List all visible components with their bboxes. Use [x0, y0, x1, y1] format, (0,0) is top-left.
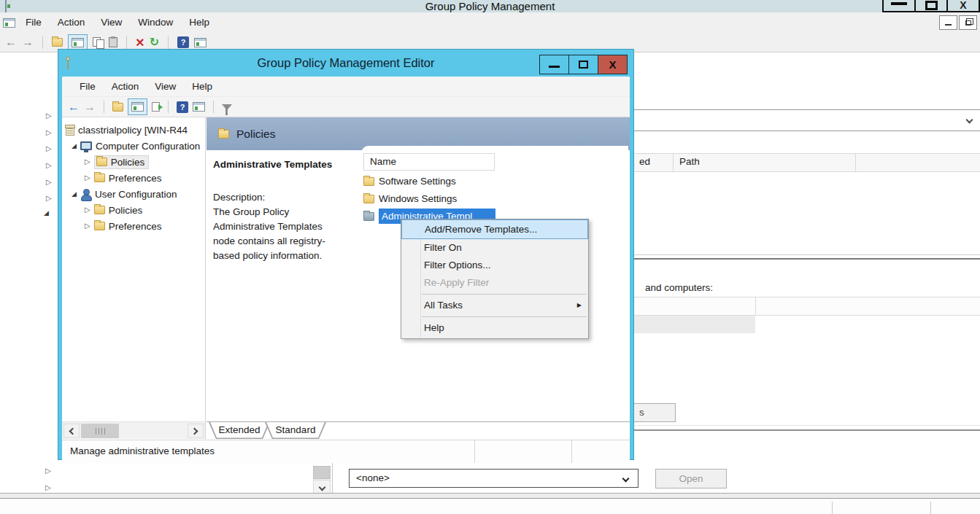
refresh-icon[interactable]: ↻ [150, 36, 159, 48]
tree-expand-icon[interactable]: ▷ [45, 484, 51, 491]
scrollbar-thumb[interactable] [313, 466, 331, 479]
forward-icon[interactable]: → [22, 36, 34, 48]
chevron-right-icon [191, 427, 198, 435]
tree-item-user-configuration[interactable]: ◢ User Configuration [62, 186, 205, 202]
tree-expand-icon[interactable]: ▷ [46, 162, 52, 169]
tree-expand-icon[interactable]: ▷ [46, 129, 52, 136]
tree-expand-icon[interactable]: ▷ [45, 467, 51, 475]
editor-menu-help[interactable]: Help [184, 77, 220, 96]
help-icon[interactable]: ? [177, 36, 189, 48]
menu-window[interactable]: Window [130, 12, 181, 33]
tree-expand-icon[interactable]: ▷ [46, 112, 52, 120]
tree-collapse-icon[interactable]: ◢ [44, 210, 49, 217]
list-item-software-settings[interactable]: Software Settings [363, 173, 456, 190]
menu-item-add-remove-templates[interactable]: Add/Remove Templates... [401, 219, 588, 239]
list-item-windows-settings[interactable]: Windows Settings [363, 190, 457, 207]
editor-titlebar[interactable]: Group Policy Management Editor X [62, 53, 630, 77]
editor-tree-hscrollbar[interactable] [62, 421, 206, 439]
tree-collapse-icon[interactable]: ◢ [72, 191, 77, 198]
tree-expand-icon[interactable]: ▷ [46, 179, 52, 186]
column-header-linked[interactable]: ed [639, 156, 650, 167]
editor-toolbar: ← → ? [62, 97, 630, 117]
editor-minimize-button[interactable] [539, 55, 569, 74]
help-icon[interactable]: ? [177, 101, 188, 113]
up-folder-icon[interactable] [52, 38, 63, 47]
tree-item-computer-preferences[interactable]: ▷ Preferences [62, 170, 205, 186]
tab-label: Standard [276, 424, 316, 435]
delete-icon[interactable]: × [136, 35, 144, 50]
minimize-icon [549, 66, 560, 68]
tree-expand-icon[interactable]: ▷ [85, 174, 90, 182]
show-window-icon[interactable] [194, 38, 207, 47]
tree-expand-icon[interactable]: ▷ [46, 195, 52, 202]
show-window-icon[interactable] [193, 102, 205, 112]
export-list-icon[interactable] [152, 102, 160, 112]
mdi-minimize-button[interactable] [939, 15, 957, 30]
tree-expand-icon[interactable]: ▷ [85, 222, 90, 230]
close-button[interactable]: X [946, 0, 980, 12]
tree-item-computer-policies[interactable]: ▷ Policies [62, 154, 205, 170]
scrollbar-thumb[interactable] [81, 424, 119, 438]
tree-collapse-icon[interactable]: ◢ [72, 143, 77, 149]
wmi-filter-combobox[interactable]: <none> [349, 469, 638, 488]
tree-item-label: Preferences [109, 221, 162, 232]
column-divider[interactable] [855, 154, 856, 171]
main-window-title: Group Policy Management [0, 0, 980, 12]
show-console-tree-icon[interactable] [68, 34, 88, 51]
menu-item-filter-on[interactable]: Filter On [401, 239, 588, 257]
tree-expand-icon[interactable]: ▷ [46, 145, 52, 152]
editor-close-button[interactable]: X [598, 55, 628, 74]
tab-standard[interactable]: Standard [265, 422, 326, 439]
tree-item-gpo-root[interactable]: classtrialpolicy [WIN-R44 [62, 122, 205, 138]
toolbar-separator [42, 36, 43, 49]
tree-expand-icon[interactable]: ▷ [85, 158, 90, 166]
editor-maximize-button[interactable] [568, 55, 598, 74]
mdi-restore-button[interactable] [959, 15, 977, 30]
toolbar-separator [104, 101, 104, 113]
status-text: Manage administrative templates [70, 445, 215, 456]
editor-menu-view[interactable]: View [147, 77, 184, 96]
column-header-path[interactable]: Path [679, 156, 700, 167]
maximize-button[interactable] [914, 0, 948, 12]
editor-menu-file[interactable]: File [72, 77, 104, 96]
up-folder-icon[interactable] [112, 103, 123, 112]
scroll-right-button[interactable] [188, 424, 204, 438]
view-tabs: Extended Standard [207, 421, 630, 440]
tree-expand-icon[interactable]: ▷ [85, 206, 90, 214]
menu-item-all-tasks[interactable]: All Tasks ▶ [401, 297, 588, 314]
menu-file[interactable]: File [18, 12, 50, 33]
tree-item-user-preferences[interactable]: ▷ Preferences [62, 218, 205, 234]
minimize-button[interactable] [882, 0, 916, 12]
copy-icon[interactable] [93, 37, 104, 48]
menu-item-help[interactable]: Help [401, 319, 588, 337]
tree-item-computer-configuration[interactable]: ◢ Computer Configuration [62, 138, 205, 154]
tab-extended[interactable]: Extended [209, 422, 270, 439]
main-titlebar: Group Policy Management X [0, 0, 980, 12]
folder-icon [94, 222, 105, 230]
paste-icon[interactable] [109, 37, 117, 47]
filter-icon[interactable] [222, 104, 232, 110]
description-line: node contains all registry- [213, 235, 325, 246]
column-divider[interactable] [673, 154, 674, 171]
menu-view[interactable]: View [93, 12, 130, 33]
back-icon[interactable]: ← [68, 101, 80, 113]
menu-item-filter-options[interactable]: Filter Options... [401, 257, 588, 274]
section-title: Administrative Templates [213, 159, 332, 170]
chevron-down-icon [318, 483, 325, 491]
chevron-left-icon [69, 427, 77, 435]
description-label: Description: [213, 192, 265, 203]
column-divider[interactable] [755, 297, 756, 315]
list-item-label: Windows Settings [379, 193, 457, 204]
back-icon[interactable]: ← [5, 36, 17, 48]
menu-action[interactable]: Action [50, 12, 93, 33]
tree-item-user-policies[interactable]: ▷ Policies [62, 202, 205, 218]
menu-help[interactable]: Help [181, 12, 217, 33]
column-header-name[interactable]: Name [363, 153, 495, 171]
forward-icon[interactable]: → [84, 101, 96, 113]
scroll-left-button[interactable] [63, 424, 80, 438]
folder-icon [363, 177, 374, 186]
open-button[interactable]: Open [655, 469, 727, 488]
show-console-tree-icon[interactable] [128, 98, 147, 115]
menu-item-label: All Tasks [424, 300, 463, 311]
editor-menu-action[interactable]: Action [104, 77, 147, 96]
